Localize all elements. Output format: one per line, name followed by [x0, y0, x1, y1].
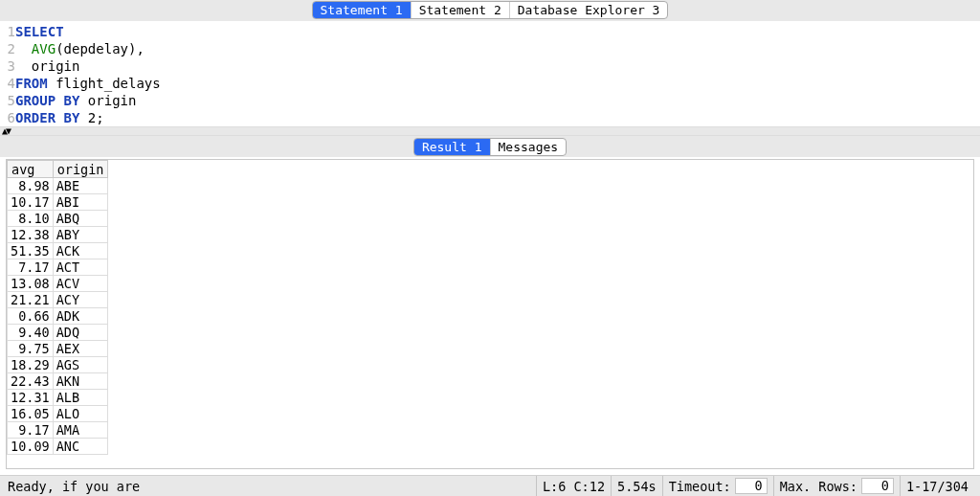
table-row[interactable]: 12.31ALB — [8, 390, 108, 406]
line-number: 1 — [0, 23, 15, 40]
code-line[interactable]: 1SELECT — [0, 23, 980, 40]
status-timeout-value[interactable]: 0 — [735, 478, 768, 494]
editor-tab-group: Statement 1Statement 2Database Explorer … — [312, 1, 669, 19]
table-row[interactable]: 9.40ADQ — [8, 325, 108, 341]
cell-avg: 9.40 — [8, 325, 54, 341]
cell-origin: ACY — [53, 292, 108, 308]
cell-origin: ABI — [53, 194, 108, 211]
status-exec-time: 5.54s — [611, 476, 662, 496]
cell-origin: AKN — [53, 373, 108, 390]
status-bar: Ready, if you are L:6 C:12 5.54s Timeout… — [0, 475, 980, 496]
code-text[interactable]: origin — [15, 57, 79, 75]
cell-origin: ABE — [53, 178, 108, 194]
status-max-rows-label: Max. Rows: — [780, 479, 858, 494]
cell-origin: AEX — [53, 341, 108, 357]
code-text[interactable]: SELECT — [15, 23, 64, 40]
line-number: 3 — [0, 57, 15, 75]
cell-origin: ALO — [53, 406, 108, 422]
cell-origin: ALB — [53, 390, 108, 406]
cell-avg: 51.35 — [8, 243, 54, 259]
code-line[interactable]: 6ORDER BY 2; — [0, 109, 980, 126]
code-line[interactable]: 2 AVG(depdelay), — [0, 40, 980, 57]
cell-origin: ACT — [53, 259, 108, 276]
table-row[interactable]: 51.35ACK — [8, 243, 108, 259]
table-row[interactable]: 10.09ANC — [8, 439, 108, 455]
table-row[interactable]: 18.29AGS — [8, 357, 108, 373]
table-row[interactable]: 22.43AKN — [8, 373, 108, 390]
splitter-grip-icon: ▲▼ — [2, 125, 10, 136]
code-text[interactable]: FROM flight_delays — [15, 75, 161, 92]
table-row[interactable]: 21.21ACY — [8, 292, 108, 308]
table-row[interactable]: 16.05ALO — [8, 406, 108, 422]
table-row[interactable]: 8.10ABQ — [8, 211, 108, 227]
status-max-rows-value[interactable]: 0 — [861, 478, 894, 494]
editor-tab-bar: Statement 1Statement 2Database Explorer … — [0, 0, 980, 21]
editor-tab[interactable]: Database Explorer 3 — [510, 2, 668, 18]
cell-avg: 12.38 — [8, 227, 54, 243]
cell-origin: ADQ — [53, 325, 108, 341]
status-timeout: Timeout: 0 — [662, 476, 773, 496]
cell-origin: ANC — [53, 439, 108, 455]
status-cursor: L:6 C:12 — [536, 476, 611, 496]
cell-origin: ABQ — [53, 211, 108, 227]
cell-avg: 9.75 — [8, 341, 54, 357]
table-row[interactable]: 0.66ADK — [8, 308, 108, 325]
cell-avg: 7.17 — [8, 259, 54, 276]
status-max-rows: Max. Rows: 0 — [773, 476, 900, 496]
result-tab[interactable]: Result 1 — [414, 139, 491, 155]
cell-avg: 8.10 — [8, 211, 54, 227]
cell-origin: ADK — [53, 308, 108, 325]
result-tab-group: Result 1Messages — [413, 138, 567, 156]
editor-tab[interactable]: Statement 2 — [412, 2, 510, 18]
line-number: 5 — [0, 92, 15, 109]
code-text[interactable]: GROUP BY origin — [15, 92, 136, 109]
cell-origin: ABY — [53, 227, 108, 243]
result-tab-bar: Result 1Messages — [0, 136, 980, 157]
editor-tab[interactable]: Statement 1 — [313, 2, 412, 18]
line-number: 4 — [0, 75, 15, 92]
cell-origin: ACK — [53, 243, 108, 259]
line-number: 6 — [0, 109, 15, 126]
vertical-splitter[interactable]: ▲▼ — [0, 126, 980, 136]
cell-avg: 9.17 — [8, 422, 54, 439]
status-row-range: 1-17/304 — [900, 476, 974, 496]
table-row[interactable]: 10.17ABI — [8, 194, 108, 211]
result-tab[interactable]: Messages — [491, 139, 567, 155]
cell-avg: 16.05 — [8, 406, 54, 422]
code-line[interactable]: 3 origin — [0, 57, 980, 75]
cell-avg: 0.66 — [8, 308, 54, 325]
cell-avg: 10.09 — [8, 439, 54, 455]
table-row[interactable]: 9.17AMA — [8, 422, 108, 439]
line-number: 2 — [0, 40, 15, 57]
table-row[interactable]: 12.38ABY — [8, 227, 108, 243]
table-row[interactable]: 9.75AEX — [8, 341, 108, 357]
cell-avg: 8.98 — [8, 178, 54, 194]
table-row[interactable]: 13.08ACV — [8, 276, 108, 292]
cell-avg: 22.43 — [8, 373, 54, 390]
cell-avg: 12.31 — [8, 390, 54, 406]
status-message: Ready, if you are — [6, 476, 145, 496]
code-text[interactable]: ORDER BY 2; — [15, 109, 104, 126]
code-text[interactable]: AVG(depdelay), — [15, 40, 145, 57]
cell-avg: 18.29 — [8, 357, 54, 373]
column-header[interactable]: origin — [53, 161, 108, 178]
result-scroll-area[interactable]: avgorigin 8.98ABE10.17ABI8.10ABQ12.38ABY… — [7, 160, 973, 468]
code-line[interactable]: 4FROM flight_delays — [0, 75, 980, 92]
status-timeout-label: Timeout: — [669, 479, 731, 494]
sql-editor[interactable]: 1SELECT2 AVG(depdelay),3 origin4FROM fli… — [0, 21, 980, 126]
result-pane: avgorigin 8.98ABE10.17ABI8.10ABQ12.38ABY… — [6, 159, 974, 469]
code-line[interactable]: 5GROUP BY origin — [0, 92, 980, 109]
cell-origin: ACV — [53, 276, 108, 292]
table-row[interactable]: 7.17ACT — [8, 259, 108, 276]
cell-origin: AMA — [53, 422, 108, 439]
cell-avg: 13.08 — [8, 276, 54, 292]
table-row[interactable]: 8.98ABE — [8, 178, 108, 194]
cell-avg: 21.21 — [8, 292, 54, 308]
cell-avg: 10.17 — [8, 194, 54, 211]
cell-origin: AGS — [53, 357, 108, 373]
result-table: avgorigin 8.98ABE10.17ABI8.10ABQ12.38ABY… — [7, 160, 108, 455]
column-header[interactable]: avg — [8, 161, 54, 178]
